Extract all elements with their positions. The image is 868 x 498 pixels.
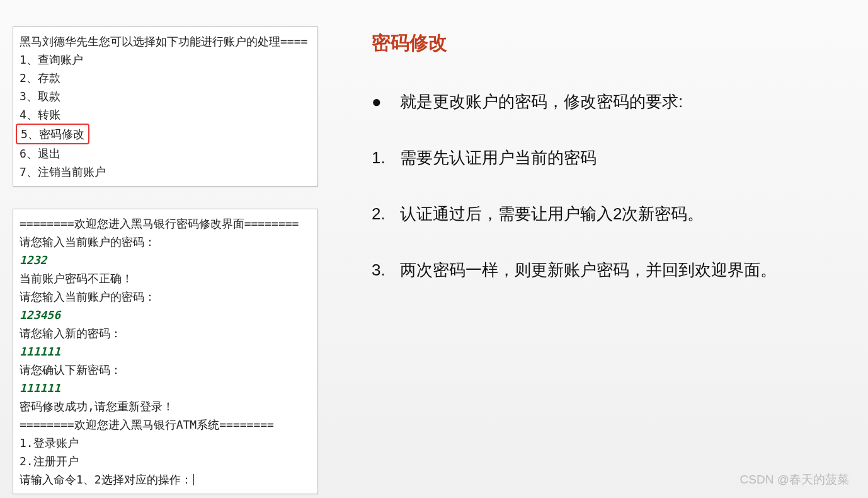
console-input-line: 111111 — [20, 342, 311, 361]
console-output-line: 2.注册开户 — [20, 452, 311, 470]
step-text: 需要先认证用户当前的密码 — [400, 147, 597, 168]
console-panel: ========欢迎您进入黑马银行密码修改界面========请您输入当前账户的… — [13, 209, 318, 494]
step-number: 2. — [372, 203, 400, 224]
menu-item: 4、转账 — [20, 105, 311, 124]
menu-item: 1、查询账户 — [20, 50, 311, 69]
console-output-line: 1.登录账户 — [20, 434, 311, 452]
bullet-text: 就是更改账户的密码，修改密码的要求: — [400, 91, 683, 112]
highlighted-menu-item: 5、密码修改 — [16, 124, 89, 144]
right-column: 密码修改 ● 就是更改账户的密码，修改密码的要求: 1.需要先认证用户当前的密码… — [372, 30, 825, 315]
console-input-line: 1232 — [20, 251, 311, 269]
step-item: 1.需要先认证用户当前的密码 — [372, 147, 825, 168]
console-input-line: 123456 — [20, 306, 311, 324]
menu-item: 2、存款 — [20, 69, 311, 87]
section-title: 密码修改 — [372, 30, 825, 56]
bullet-icon: ● — [372, 91, 400, 112]
console-output-line: 请您输入当前账户的密码： — [20, 287, 311, 306]
step-number: 1. — [372, 147, 400, 168]
console-output-line: 密码修改成功,请您重新登录！ — [20, 397, 311, 415]
menu-item: 5、密码修改 — [20, 124, 311, 144]
step-item: 2.认证通过后，需要让用户输入2次新密码。 — [372, 203, 825, 224]
watermark: CSDN @春天的菠菜 — [740, 472, 849, 488]
step-item: 3.两次密码一样，则更新账户密码，并回到欢迎界面。 — [372, 259, 825, 281]
console-output-line: 当前账户密码不正确！ — [20, 269, 311, 287]
bullet-item: ● 就是更改账户的密码，修改密码的要求: — [372, 91, 825, 112]
console-output-line: 请您输入新的密码： — [20, 324, 311, 342]
left-column: 黑马刘德华先生您可以选择如下功能进行账户的处理====1、查询账户2、存款3、取… — [13, 26, 318, 498]
menu-item: 6、退出 — [20, 144, 311, 163]
menu-item: 3、取款 — [20, 87, 311, 105]
console-input-line: 111111 — [20, 379, 311, 397]
menu-panel: 黑马刘德华先生您可以选择如下功能进行账户的处理====1、查询账户2、存款3、取… — [13, 26, 318, 187]
step-text: 两次密码一样，则更新账户密码，并回到欢迎界面。 — [400, 259, 777, 281]
console-output-line: 请输入命令1、2选择对应的操作： — [20, 470, 311, 489]
step-text: 认证通过后，需要让用户输入2次新密码。 — [400, 203, 704, 224]
console-output-line: ========欢迎您进入黑马银行ATM系统======== — [20, 415, 311, 434]
step-number: 3. — [372, 259, 400, 281]
text-cursor — [193, 474, 194, 485]
console-output-line: ========欢迎您进入黑马银行密码修改界面======== — [20, 214, 311, 233]
menu-header: 黑马刘德华先生您可以选择如下功能进行账户的处理==== — [20, 32, 311, 50]
console-output-line: 请您输入当前账户的密码： — [20, 233, 311, 251]
console-output-line: 请您确认下新密码： — [20, 361, 311, 379]
menu-item: 7、注销当前账户 — [20, 163, 311, 181]
